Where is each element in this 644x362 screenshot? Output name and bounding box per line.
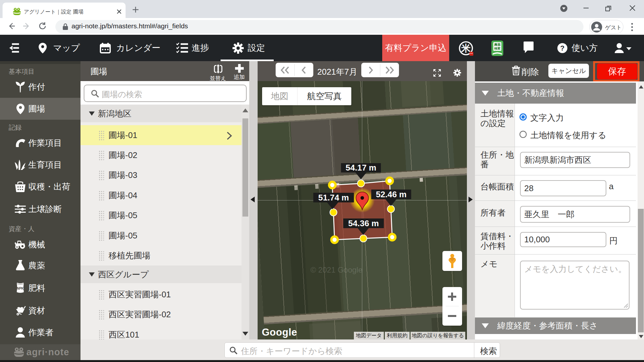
svg-text:NPK: NPK — [17, 287, 24, 290]
svg-text:検索: 検索 — [494, 47, 501, 50]
svg-text:米: 米 — [461, 43, 471, 53]
svg-text:?: ? — [560, 44, 564, 52]
svg-text:農薬: 農薬 — [494, 43, 501, 46]
